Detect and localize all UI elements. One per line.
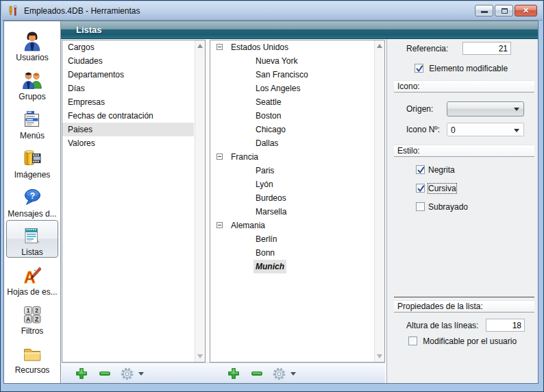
list-item[interactable]: Ciudades <box>62 54 194 68</box>
elemento-modificable-row[interactable]: Elemento modificable <box>415 64 544 73</box>
list-item[interactable]: Valores <box>62 136 194 150</box>
tree-item[interactable]: Berlín <box>210 232 384 246</box>
bottom-toolbar <box>62 363 385 383</box>
tree-item-label: Nueva York <box>254 54 299 68</box>
sidebar-item-recursos[interactable]: Recursos <box>6 337 58 375</box>
tree-item[interactable]: Los Angeles <box>210 82 384 95</box>
icono-n-value: 0 <box>451 123 456 137</box>
tree-remove-button[interactable] <box>249 366 264 381</box>
elemento-modificable-checkbox[interactable] <box>415 64 423 73</box>
tree-item[interactable]: Chicago <box>210 123 384 136</box>
close-button[interactable]: ✕ <box>515 5 537 16</box>
title-bar[interactable]: Empleados.4DB - Herramientas ✕ <box>2 1 543 21</box>
subrayado-checkbox[interactable] <box>416 202 425 211</box>
tree-item[interactable]: San Francisco <box>210 68 384 82</box>
list-gear-menu-button[interactable] <box>119 366 134 381</box>
collapse-box-icon[interactable] <box>217 222 223 228</box>
style-option-subrayado[interactable]: Subrayado <box>416 202 544 212</box>
svg-text:?: ? <box>30 191 35 201</box>
tree-item-label: Lyón <box>254 177 275 191</box>
altura-input[interactable] <box>486 319 525 332</box>
sidebar-item-imagenes[interactable]: Imágenes <box>6 142 58 180</box>
referencia-input[interactable] <box>462 42 511 55</box>
scroll-down-icon[interactable] <box>197 354 203 358</box>
maximize-icon <box>502 8 508 14</box>
tree-item-label: Los Angeles <box>254 82 302 95</box>
minimize-icon <box>481 11 488 13</box>
sidebar-item-listas[interactable]: Listas <box>6 220 58 258</box>
tree-item[interactable]: Boston <box>210 109 384 123</box>
list-add-button[interactable] <box>74 366 89 381</box>
sidebar-item-filtros[interactable]: 12AZFiltros <box>6 298 58 336</box>
list-gear-caret-icon[interactable] <box>138 372 144 376</box>
sidebar-item-label: Grupos <box>18 92 45 101</box>
tree-node[interactable]: Estados Unidos <box>210 40 384 54</box>
close-icon: ✕ <box>515 6 536 15</box>
scroll-up-icon[interactable] <box>197 44 203 48</box>
tree-item[interactable]: Lyón <box>210 177 384 191</box>
maximize-button[interactable] <box>495 5 513 16</box>
list-remove-button[interactable] <box>97 366 112 381</box>
tree-gear-menu-button[interactable] <box>271 366 286 381</box>
tree-node-label: Francia <box>229 150 260 164</box>
help-bubble-icon: ? <box>22 186 42 208</box>
tree-item[interactable]: Munich <box>210 260 384 273</box>
modificable-usuario-checkbox[interactable] <box>408 336 417 345</box>
sidebar-item-usuarios[interactable]: Usuarios <box>6 25 58 62</box>
modificable-usuario-row[interactable]: Modificable por el usuario <box>408 336 544 346</box>
tree-add-button[interactable] <box>226 366 241 381</box>
section-header: Listas <box>61 21 538 39</box>
sidebar-item-mensajes[interactable]: ?Mensajes d... <box>6 181 58 219</box>
style-option-cursiva[interactable]: Cursiva <box>416 184 544 193</box>
list-item[interactable]: Cargos <box>62 40 194 54</box>
list-item[interactable]: Departamentos <box>62 68 194 82</box>
negrita-checkbox[interactable] <box>416 165 425 174</box>
list-item[interactable]: Fechas de contratación <box>62 109 194 123</box>
list-item[interactable]: Días <box>62 82 194 95</box>
list-item[interactable]: Paises <box>62 123 194 136</box>
tree-item-label: Munich <box>254 260 286 273</box>
app-frame: UsuariosGruposMenúsImágenes?Mensajes d..… <box>3 21 539 384</box>
tree-node[interactable]: Francia <box>210 150 384 164</box>
cursiva-checkbox[interactable] <box>416 184 425 193</box>
sidebar-item-hojas[interactable]: AHojas de es... <box>6 259 58 297</box>
sidebar-item-label: Listas <box>21 247 42 257</box>
sidebar-item-label: Menús <box>20 131 45 140</box>
icono-n-dropdown[interactable]: 0 <box>447 123 524 136</box>
tree-item[interactable]: Bonn <box>210 246 384 260</box>
tree-item-label: San Francisco <box>254 68 310 82</box>
origen-dropdown[interactable] <box>447 101 524 117</box>
style-option-negrita[interactable]: Negrita <box>416 165 544 175</box>
sidebar: UsuariosGruposMenúsImágenes?Mensajes d..… <box>4 21 61 383</box>
film-roll-icon <box>22 147 42 169</box>
tree-node-label: Alemania <box>229 219 267 232</box>
list-items: CargosCiudadesDepartamentosDíasEmpresasF… <box>62 40 205 150</box>
tree-item[interactable]: Dallas <box>210 136 384 150</box>
tree-item[interactable]: Paris <box>210 164 384 177</box>
sidebar-item-label: Imágenes <box>14 170 51 180</box>
collapse-box-icon[interactable] <box>217 44 223 50</box>
svg-text:2: 2 <box>35 307 38 314</box>
tree-item[interactable]: Nueva York <box>210 54 384 68</box>
sidebar-item-label: Hojas de es... <box>7 287 57 297</box>
tree-item-label: Bonn <box>254 246 277 260</box>
scroll-down-icon[interactable] <box>377 354 382 358</box>
minimize-button[interactable] <box>475 5 493 16</box>
tree-item-label: Burdeos <box>254 191 288 205</box>
scroll-up-icon[interactable] <box>377 44 382 48</box>
tree-panel: Estados UnidosNueva YorkSan FranciscoLos… <box>210 40 385 363</box>
list-item[interactable]: Empresas <box>62 95 194 109</box>
tree-item[interactable]: Burdeos <box>210 191 384 205</box>
lists-scrollbar[interactable] <box>195 40 205 362</box>
tree-item[interactable]: Seattle <box>210 95 384 109</box>
origen-label: Origen: <box>406 104 433 114</box>
tree-gear-caret-icon[interactable] <box>290 372 296 376</box>
tree-item-label: Paris <box>254 164 276 177</box>
tree-node[interactable]: Alemania <box>210 219 384 232</box>
tree-item[interactable]: Marsella <box>210 205 384 219</box>
sidebar-item-menus[interactable]: Menús <box>6 103 58 140</box>
collapse-box-icon[interactable] <box>217 154 223 160</box>
sidebar-item-grupos[interactable]: Grupos <box>6 64 58 101</box>
modificable-usuario-label: Modificable por el usuario <box>423 336 517 346</box>
tree-scrollbar[interactable] <box>374 40 384 362</box>
